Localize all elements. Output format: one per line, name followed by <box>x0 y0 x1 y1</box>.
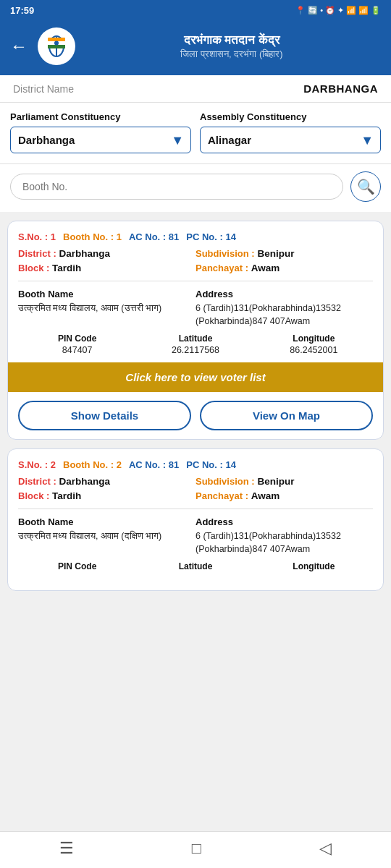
card-1-pin-label: PIN Code <box>18 333 136 344</box>
assembly-select[interactable]: Alinagar <box>200 127 381 153</box>
parliament-select-wrapper: Darbhanga ▼ <box>10 127 191 153</box>
card-2-subdivision-label: Subdivision : <box>196 476 255 487</box>
card-2-pin-col: PIN Code <box>18 561 136 573</box>
card-1-pin-value: 847407 <box>18 345 136 355</box>
back-nav-icon[interactable]: ◁ <box>319 839 332 858</box>
card-2-detail-grid: Booth Name उत्क्रमित मध्य विद्यालय, अवाम… <box>18 516 373 556</box>
card-1-district-label: District : <box>18 248 56 259</box>
card-2-lat-col: Latitude <box>136 561 254 573</box>
card-2-block-row: Block : Tardih Panchayat : Awam <box>18 490 373 501</box>
card-2-pin-label: PIN Code <box>18 561 136 571</box>
menu-icon[interactable]: ☰ <box>59 839 74 858</box>
card-1-lat-label: Latitude <box>136 333 254 344</box>
card-2-lng-label: Longitude <box>255 561 373 571</box>
card-1-subdivision-value: Benipur <box>257 248 294 259</box>
search-icon: 🔍 <box>357 178 375 195</box>
card-1-booth-name-value: उत्क्रमित मध्य विद्यालय, अवाम (उत्तरी भा… <box>18 302 190 315</box>
card-2-booth-name-value: उत्क्रमित मध्य विद्यालय, अवाम (दक्षिण भा… <box>18 530 190 543</box>
card-1-booth-name-col: Booth Name उत्क्रमित मध्य विद्यालय, अवाम… <box>18 289 196 328</box>
card-2-sno: S.No. : 2 <box>18 459 56 470</box>
assembly-col: Assembly Constituency Alinagar ▼ <box>200 111 381 153</box>
card-1-block-label: Block : <box>18 263 49 273</box>
card-1-subdivision-label: Subdivision : <box>196 248 255 259</box>
card-2-block-value: Tardih <box>52 490 81 501</box>
battery-icon: 🔋 <box>371 6 381 15</box>
card-1-lat-value: 26.2117568 <box>136 345 254 355</box>
booth-card-2: S.No. : 2 Booth No. : 2 AC No. : 81 PC N… <box>7 448 384 591</box>
district-value: DARBHANGA <box>303 82 378 95</box>
header: ← दरभंगाक मतदान केंद्र जिला प्रशासन, दरभ… <box>0 20 391 75</box>
card-1-booth-no: Booth No. : 1 <box>63 231 122 242</box>
card-2-district-label: District : <box>18 476 56 487</box>
card-2-address-value: 6 (Tardih)131(Pokharabhinda)13532 (Pokha… <box>196 530 367 556</box>
sync-icon: 🔄 <box>308 6 318 15</box>
header-title: दरभंगाक मतदान केंद्र <box>83 33 381 48</box>
parliament-select[interactable]: Darbhanga <box>10 127 191 153</box>
card-2-district-row: District : Darbhanga Subdivision : Benip… <box>18 476 373 487</box>
card-2-district-value: Darbhanga <box>59 476 111 487</box>
card-2-booth-no: Booth No. : 2 <box>63 459 122 470</box>
dot-icon: • <box>320 6 323 14</box>
card-2-district-col: District : Darbhanga <box>18 476 196 487</box>
district-row: District Name DARBHANGA <box>0 75 391 103</box>
card-2-panchayat-col: Panchayat : Awam <box>196 490 373 501</box>
voter-list-button-1[interactable]: Click here to view voter list <box>8 362 383 392</box>
card-2-address-col: Address 6 (Tardih)131(Pokharabhinda)1353… <box>196 516 373 556</box>
card-1-panchayat-label: Panchayat : <box>196 263 248 273</box>
status-icons: 📍 🔄 • ⏰ ✦ 📶 📶 🔋 <box>295 6 381 15</box>
card-2-pll-row: PIN Code Latitude Longitude <box>18 561 373 573</box>
card-2-address-header: Address <box>196 516 367 527</box>
card-1-panchayat-value: Awam <box>251 263 280 273</box>
card-2-header-row: S.No. : 2 Booth No. : 2 AC No. : 81 PC N… <box>18 459 373 470</box>
back-button[interactable]: ← <box>10 36 28 56</box>
search-button[interactable]: 🔍 <box>350 171 381 202</box>
card-1-subdivision-col: Subdivision : Benipur <box>196 248 373 259</box>
card-2-booth-name-col: Booth Name उत्क्रमित मध्य विद्यालय, अवाम… <box>18 516 196 556</box>
district-label: District Name <box>13 83 74 95</box>
location-icon: 📍 <box>295 6 306 15</box>
card-1-address-header: Address <box>196 289 367 299</box>
search-bar-row: 🔍 <box>0 164 391 212</box>
search-input[interactable] <box>22 181 331 192</box>
constituency-row: Parliament Constituency Darbhanga ▼ Asse… <box>0 103 391 164</box>
card-1-block-col: Block : Tardih <box>18 263 196 273</box>
status-bar: 17:59 📍 🔄 • ⏰ ✦ 📶 📶 🔋 <box>0 0 391 20</box>
view-on-map-button-1[interactable]: View On Map <box>200 401 373 430</box>
card-2-block-label: Block : <box>18 490 49 501</box>
wifi-icon: 📶 <box>346 6 356 15</box>
assembly-label: Assembly Constituency <box>200 111 381 122</box>
card-1-panchayat-col: Panchayat : Awam <box>196 263 373 273</box>
svg-point-6 <box>54 41 59 46</box>
card-1-detail-grid: Booth Name उत्क्रमित मध्य विद्यालय, अवाम… <box>18 289 373 328</box>
card-1-district-value: Darbhanga <box>59 248 111 259</box>
card-1-lat-col: Latitude 26.2117568 <box>136 333 254 355</box>
alarm-icon: ⏰ <box>325 6 335 15</box>
card-2-pc-no: PC No. : 14 <box>186 459 236 470</box>
card-2-panchayat-label: Panchayat : <box>196 490 248 501</box>
card-2-subdivision-value: Benipur <box>257 476 294 487</box>
card-1-block-row: Block : Tardih Panchayat : Awam <box>18 263 373 273</box>
home-icon[interactable]: □ <box>192 839 201 858</box>
header-text-block: दरभंगाक मतदान केंद्र जिला प्रशासन, दरभंग… <box>83 33 381 61</box>
card-1-lng-label: Longitude <box>255 333 373 344</box>
card-2-ac-no: AC No. : 81 <box>129 459 179 470</box>
svg-rect-3 <box>48 38 65 41</box>
header-subtitle: जिला प्रशासन, दरभंगा (बिहार) <box>83 48 381 61</box>
card-1-district-row: District : Darbhanga Subdivision : Benip… <box>18 248 373 259</box>
search-input-wrap <box>10 174 343 200</box>
bluetooth-icon: ✦ <box>337 6 344 15</box>
show-details-button-1[interactable]: Show Details <box>18 401 191 430</box>
card-2-panchayat-value: Awam <box>251 490 280 501</box>
card-1-lng-col: Longitude 86.2452001 <box>255 333 373 355</box>
parliament-label: Parliament Constituency <box>10 111 191 122</box>
card-2-lat-label: Latitude <box>136 561 254 571</box>
status-time: 17:59 <box>10 5 34 16</box>
parliament-col: Parliament Constituency Darbhanga ▼ <box>10 111 191 153</box>
card-1-header-row: S.No. : 1 Booth No. : 1 AC No. : 81 PC N… <box>18 231 373 242</box>
assembly-select-wrapper: Alinagar ▼ <box>200 127 381 153</box>
card-1-address-col: Address 6 (Tardih)131(Pokharabhinda)1353… <box>196 289 373 328</box>
card-1-pc-no: PC No. : 14 <box>186 231 236 242</box>
card-2-subdivision-col: Subdivision : Benipur <box>196 476 373 487</box>
card-1-district-col: District : Darbhanga <box>18 248 196 259</box>
bottom-nav: ☰ □ ◁ <box>0 831 391 868</box>
